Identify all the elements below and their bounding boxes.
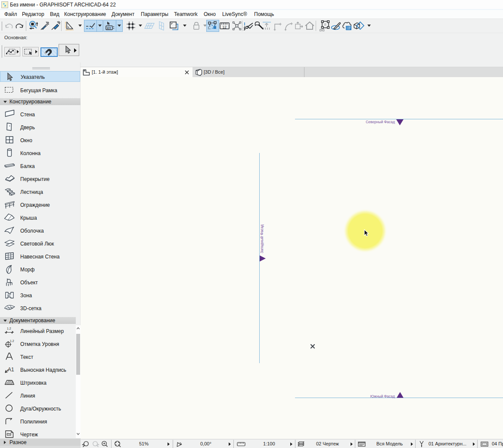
svg-text:A1: A1 [8,367,14,373]
svg-text:1.2: 1.2 [7,327,11,330]
svg-text:1.2: 1.2 [10,339,14,342]
svg-text:12: 12 [223,25,227,29]
svg-text:XY: XY [107,26,111,30]
